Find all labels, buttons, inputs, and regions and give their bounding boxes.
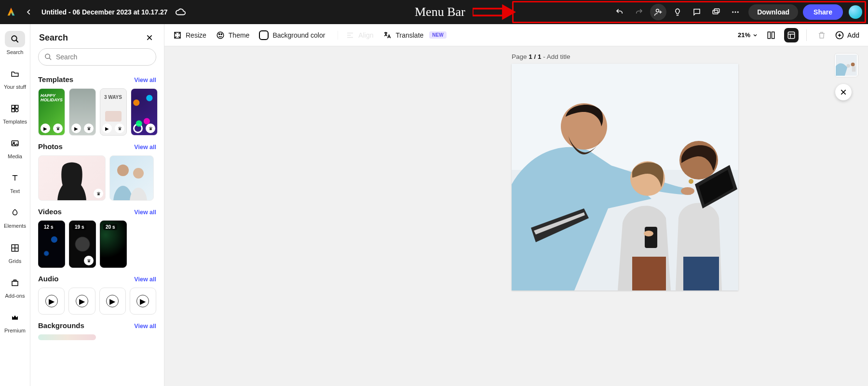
translate-button[interactable]: Translate NEW xyxy=(383,31,446,40)
video-thumb[interactable]: 20 s xyxy=(100,221,127,268)
background-thumb[interactable] xyxy=(38,334,96,340)
grids-icon xyxy=(5,240,25,256)
video-duration: 20 s xyxy=(103,224,117,230)
bgcolor-label: Background color xyxy=(272,31,325,39)
viewall-backgrounds[interactable]: View all xyxy=(134,323,156,330)
redo-button[interactable] xyxy=(631,4,647,20)
svg-point-21 xyxy=(45,54,50,58)
theme-label: Theme xyxy=(229,31,250,39)
template-thumb[interactable]: ♛ xyxy=(131,88,158,136)
rail-item-your-stuff[interactable]: Your stuff xyxy=(0,64,30,92)
page-prefix: Page xyxy=(512,53,529,60)
svg-point-7 xyxy=(737,12,739,13)
panel-close-button[interactable] xyxy=(144,32,155,43)
photo-thumb[interactable]: ♛ xyxy=(38,155,106,201)
rail-item-search[interactable]: Search xyxy=(0,29,30,57)
share-button[interactable]: Share xyxy=(803,4,843,20)
audio-thumb[interactable]: ▶ xyxy=(130,288,156,315)
toolbar-separator xyxy=(806,29,807,41)
view-grid-button[interactable] xyxy=(764,28,778,42)
user-avatar[interactable] xyxy=(849,5,862,19)
template-thumb[interactable]: ▶♛ xyxy=(69,88,96,136)
audio-thumb[interactable]: ▶ xyxy=(68,288,95,315)
left-rail: Search Your stuff Templates Media Text E… xyxy=(0,24,30,386)
viewall-videos[interactable]: View all xyxy=(134,209,156,216)
rail-item-templates[interactable]: Templates xyxy=(0,98,30,126)
svg-point-44 xyxy=(681,187,694,195)
premium-crown-icon: ♛ xyxy=(94,189,103,198)
back-button[interactable] xyxy=(21,4,37,20)
section-title-audio: Audio xyxy=(38,275,59,283)
invite-user-button[interactable] xyxy=(650,4,666,20)
lightbulb-tips-button[interactable] xyxy=(669,4,686,20)
search-input-wrap[interactable] xyxy=(38,48,156,66)
cloud-sync-icon[interactable] xyxy=(174,6,187,18)
undo-button[interactable] xyxy=(611,4,628,20)
audio-thumb[interactable]: ▶ xyxy=(38,288,65,315)
page-label[interactable]: Page 1 / 1 - Add title xyxy=(512,53,570,60)
rail-item-premium[interactable]: Premium xyxy=(0,307,30,335)
add-page-button[interactable]: Add xyxy=(835,30,859,40)
view-timeline-button[interactable] xyxy=(784,28,799,42)
more-menu-button[interactable] xyxy=(727,4,744,20)
premium-crown-icon: ♛ xyxy=(53,124,63,133)
svg-rect-33 xyxy=(768,32,770,39)
viewall-templates[interactable]: View all xyxy=(134,77,156,83)
videos-row: 12 s 19 s♛ 20 s xyxy=(38,221,156,268)
workspace[interactable]: Page 1 / 1 - Add title xyxy=(164,46,868,386)
video-thumb[interactable]: 19 s♛ xyxy=(69,221,96,268)
align-icon xyxy=(346,31,354,40)
topbar-right-group: Download Share xyxy=(611,4,862,20)
canvas-area: Resize Theme Background color Align Tran… xyxy=(164,24,868,386)
svg-point-27 xyxy=(217,32,224,39)
rail-item-media[interactable]: Media xyxy=(0,133,30,161)
media-icon xyxy=(5,135,25,152)
page-thumbnail[interactable] xyxy=(834,53,858,77)
templates-row: ▶♛ ▶♛ ▶♛ ♛ xyxy=(38,88,156,136)
zoom-dropdown[interactable]: 21% xyxy=(738,31,758,39)
video-duration: 19 s xyxy=(72,224,86,230)
rail-label-grids: Grids xyxy=(9,258,21,264)
audio-thumb[interactable]: ▶ xyxy=(99,288,126,315)
video-thumb[interactable]: 12 s xyxy=(38,221,65,268)
section-title-backgrounds: Backgrounds xyxy=(38,321,84,330)
panel-scroll[interactable]: Templates View all ▶♛ ▶♛ ▶♛ ♛ Photos Vie… xyxy=(30,71,164,357)
search-input[interactable] xyxy=(56,53,150,61)
audio-row: ▶ ▶ ▶ ▶ xyxy=(38,288,156,315)
svg-point-2 xyxy=(656,9,659,12)
comment-button[interactable] xyxy=(689,4,705,20)
adobe-express-logo-icon[interactable] xyxy=(6,7,16,17)
rail-item-addons[interactable]: Add-ons xyxy=(0,273,30,301)
photo-thumb[interactable] xyxy=(109,155,154,201)
rail-label-elements: Elements xyxy=(4,223,26,229)
background-color-button[interactable]: Background color xyxy=(259,30,325,40)
rail-item-elements[interactable]: Elements xyxy=(0,203,30,231)
panel-title: Search xyxy=(39,33,68,43)
svg-rect-45 xyxy=(632,257,666,290)
annotation-arrow-icon xyxy=(473,3,516,21)
resize-button[interactable]: Resize xyxy=(173,31,206,40)
resize-icon xyxy=(173,31,182,40)
rail-label-media: Media xyxy=(8,153,22,159)
template-thumb[interactable]: ▶♛ xyxy=(100,88,127,136)
document-title[interactable]: Untitled - 06 December 2023 at 10.17.27 xyxy=(41,8,167,16)
viewall-audio[interactable]: View all xyxy=(134,276,156,283)
svg-rect-11 xyxy=(15,105,18,108)
play-icon: ▶ xyxy=(102,124,112,133)
present-button[interactable] xyxy=(708,4,724,20)
svg-point-13 xyxy=(15,109,18,112)
svg-point-25 xyxy=(133,168,144,179)
download-button[interactable]: Download xyxy=(748,4,798,20)
artboard[interactable] xyxy=(512,64,738,290)
viewall-photos[interactable]: View all xyxy=(134,144,156,151)
template-thumb[interactable]: ▶♛ xyxy=(38,88,65,136)
premium-crown-icon: ♛ xyxy=(84,256,94,265)
theme-button[interactable]: Theme xyxy=(216,31,250,40)
play-icon: ▶ xyxy=(136,295,149,307)
rail-item-grids[interactable]: Grids xyxy=(0,238,30,266)
video-duration: 12 s xyxy=(41,224,55,230)
close-thumbnails-button[interactable] xyxy=(835,84,852,100)
rail-item-text[interactable]: Text xyxy=(0,168,30,196)
theme-icon xyxy=(216,31,225,40)
resize-label: Resize xyxy=(186,31,206,39)
